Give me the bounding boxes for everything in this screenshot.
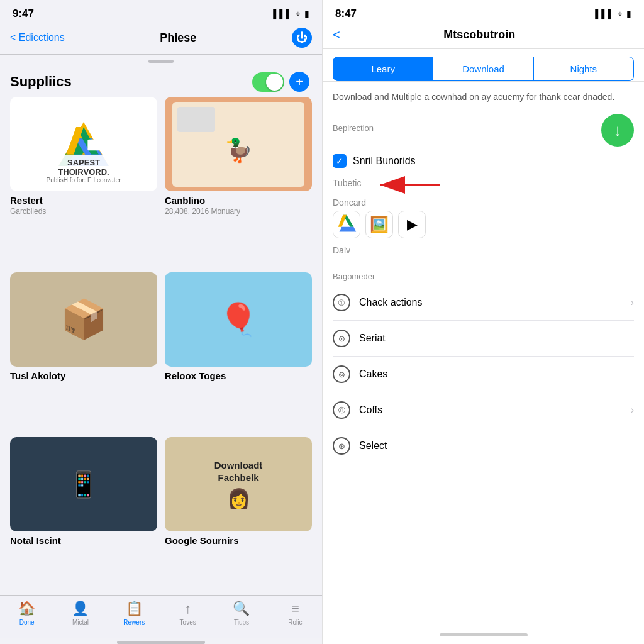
checkbox-label: Snril Bunorids (353, 155, 416, 167)
tab-bar: 🏠 Done 👤 Mictal 📋 Rewers ↑ Toves 🔍 Tiups… (0, 595, 322, 638)
back-button[interactable]: < Edicctions (10, 32, 65, 43)
tab-toves-label: Toves (180, 619, 196, 626)
item-title: Google Sournirs (165, 535, 312, 546)
checkmark-icon: ✓ (336, 156, 343, 166)
drive-text1: SAPEST (18, 158, 150, 167)
nav-title: Phiese (160, 31, 196, 45)
left-status-bar: 9:47 ▌▌▌ ⌖ ▮ (0, 0, 322, 24)
app-video[interactable]: ▶ (398, 211, 426, 238)
tabs-container: Leary Download Nights (323, 49, 644, 82)
grid-container: SAPEST THOIRVORD. PublisH fo for: E Lcon… (0, 97, 322, 595)
right-status-bar: 8:47 ▌▌▌ ⌖ ▮ (323, 0, 644, 24)
select-icon: ⊛ (333, 437, 350, 455)
tab-rewers[interactable]: 📋 Rewers (108, 601, 161, 626)
thumb-notal: 📱 (10, 437, 157, 531)
section-title: Suppliics (10, 74, 72, 90)
description-text: Download and Multiple a cownhad on ay ac… (333, 91, 634, 104)
list-item[interactable]: DownloadtFachbelk 👩 Google Sournirs (165, 437, 312, 595)
menu-item-coffs[interactable]: ⓝ Coffs › (333, 392, 634, 428)
search-icon: 🔍 (233, 601, 250, 617)
home-icon: 🏠 (18, 601, 35, 617)
tab-rolic[interactable]: ≡ Rolic (269, 601, 322, 626)
chack-label: Chack actions (359, 297, 631, 308)
item-title: Restert (10, 195, 157, 206)
svg-rect-6 (87, 140, 103, 151)
thumb-reloox: 🎈 (165, 272, 312, 367)
bepirection-section: Bepirection ↓ (333, 114, 634, 147)
book-title: DownloadtFachbelk (214, 459, 263, 484)
video-icon: ▶ (407, 216, 418, 233)
right-wifi-icon: ⌖ (618, 9, 623, 19)
drive-text3: PublisH fo for: E Lconvater (18, 177, 150, 184)
tab-done[interactable]: 🏠 Done (0, 601, 53, 626)
right-signal-icon: ▌▌▌ (595, 9, 614, 19)
item-subtitle: Garcblleds (10, 207, 157, 216)
menu-item-select[interactable]: ⊛ Select (333, 428, 634, 464)
app-photo[interactable]: 🖼️ (365, 211, 393, 238)
right-home-indicator (440, 633, 528, 636)
tab-mictal-label: Mictal (72, 619, 89, 626)
menu-section-label: Bagomeder (333, 272, 634, 281)
list-item[interactable]: 📦 Tusl Akoloty (10, 272, 157, 430)
coffs-chevron: › (631, 404, 634, 416)
wifi-icon: ⌖ (296, 9, 301, 19)
box-emoji: 📦 (60, 297, 108, 341)
thumb-box: 📦 (10, 272, 157, 367)
item-title: Tusl Akoloty (10, 370, 157, 381)
tab-download[interactable]: Download (433, 57, 533, 81)
home-indicator (117, 641, 205, 644)
checkbox-snril[interactable]: ✓ (333, 154, 347, 168)
left-panel: 9:47 ▌▌▌ ⌖ ▮ < Edicctions Phiese ⏻ Suppl… (0, 0, 322, 644)
tab-rolic-label: Rolic (288, 619, 302, 626)
cakes-label: Cakes (359, 369, 634, 380)
cakes-icon: ⊚ (333, 365, 350, 383)
app-drive[interactable] (333, 211, 360, 238)
tab-done-label: Done (19, 619, 35, 626)
thumb-restert: SAPEST THOIRVORD. PublisH fo for: E Lcon… (10, 97, 157, 191)
battery-icon: ▮ (304, 9, 309, 19)
item-subtitle: 28,408, 2016 Monuary (165, 207, 312, 216)
reloox-emoji: 🎈 (219, 301, 258, 338)
item-title: Notal Iscint (10, 535, 157, 546)
menu-item-cakes[interactable]: ⊚ Cakes (333, 357, 634, 392)
tab-tiups[interactable]: 🔍 Tiups (214, 601, 268, 626)
doncard-label: Doncard (333, 197, 366, 208)
tab-leary[interactable]: Leary (333, 57, 433, 81)
tab-toves[interactable]: ↑ Toves (161, 601, 214, 626)
seriat-label: Seriat (359, 333, 634, 344)
book-emoji: 👩 (227, 487, 250, 509)
canblino-inner: 🦆 (172, 102, 305, 187)
tab-nights[interactable]: Nights (534, 57, 634, 81)
chack-icon: ① (333, 294, 350, 311)
tubetic-label: Tubetic (333, 178, 361, 188)
list-item[interactable]: 🦆 Canblino 28,408, 2016 Monuary (165, 97, 312, 265)
toggle-container: + (252, 72, 309, 92)
drive-label-overlay: SAPEST THOIRVORD. PublisH fo for: E Lcon… (15, 155, 152, 186)
seriat-icon: ⊙ (333, 330, 350, 347)
list-item[interactable]: SAPEST THOIRVORD. PublisH fo for: E Lcon… (10, 97, 157, 265)
menu-icon: ≡ (291, 601, 299, 617)
thumb-google: DownloadtFachbelk 👩 (165, 437, 312, 531)
menu-item-seriat[interactable]: ⊙ Seriat (333, 321, 634, 357)
section-header: Suppliics + (0, 65, 322, 97)
power-button[interactable]: ⏻ (292, 28, 312, 48)
svg-marker-12 (340, 227, 357, 232)
download-button[interactable]: ↓ (601, 114, 634, 147)
toggle-switch[interactable] (252, 72, 284, 92)
thumb-canblino: 🦆 (165, 97, 312, 191)
left-status-icons: ▌▌▌ ⌖ ▮ (273, 9, 309, 19)
bepirection-label: Bepirection (333, 123, 374, 133)
list-item[interactable]: 📱 Notal Iscint (10, 437, 157, 595)
doncard-field: Doncard 🖼️ ▶ (333, 197, 634, 238)
menu-item-chack[interactable]: ① Chack actions › (333, 285, 634, 321)
rewers-icon: 📋 (126, 601, 143, 617)
checkbox-row[interactable]: ✓ Snril Bunorids (333, 154, 634, 168)
list-item[interactable]: 🎈 Reloox Toges (165, 272, 312, 430)
notal-emoji: 📱 (68, 470, 99, 499)
drive-app-icon (335, 213, 358, 236)
add-button[interactable]: + (289, 72, 309, 92)
tab-mictal[interactable]: 👤 Mictal (53, 601, 107, 626)
right-back-button[interactable]: < (333, 28, 340, 42)
right-panel: 8:47 ▌▌▌ ⌖ ▮ < Mtscobutroin Leary Downlo… (322, 0, 644, 644)
drag-handle (148, 60, 174, 63)
